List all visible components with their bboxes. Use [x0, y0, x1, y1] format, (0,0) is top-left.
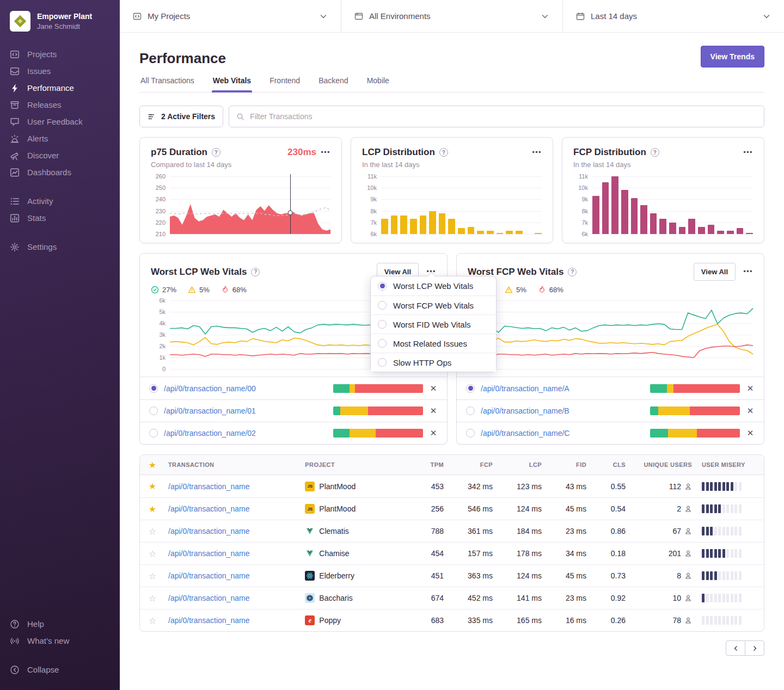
transaction-link[interactable]: /api/0/transaction_name/01: [164, 406, 327, 415]
column-header-unique-users[interactable]: UNIQUE USERS: [629, 461, 692, 468]
card-menu-button[interactable]: ⋯: [321, 148, 330, 157]
transaction-link[interactable]: /api/0/transaction_name/02: [164, 429, 327, 438]
close-icon[interactable]: ✕: [746, 384, 755, 393]
sidebar-item-dashboards[interactable]: Dashboards: [10, 164, 110, 181]
tab-frontend[interactable]: Frontend: [268, 76, 301, 92]
star-toggle[interactable]: ☆: [140, 571, 165, 581]
tab-all-transactions[interactable]: All Transactions: [139, 76, 195, 92]
close-icon[interactable]: ✕: [429, 384, 438, 393]
option-radio[interactable]: [378, 320, 387, 329]
tab-mobile[interactable]: Mobile: [366, 76, 390, 92]
project-cell[interactable]: Baccharis: [305, 593, 408, 603]
column-header-lcp[interactable]: LCP: [496, 461, 542, 468]
question-icon[interactable]: ?: [251, 268, 260, 276]
column-header-fcp[interactable]: FCP: [447, 461, 493, 468]
question-icon[interactable]: ?: [568, 268, 577, 276]
option-radio[interactable]: [378, 301, 387, 310]
sidebar-item-activity[interactable]: Activity: [10, 193, 110, 210]
dropdown-option-worst-fid-web-vitals[interactable]: Worst FID Web Vitals: [371, 315, 496, 334]
tab-backend[interactable]: Backend: [317, 76, 349, 92]
dropdown-option-worst-fcp-web-vitals[interactable]: Worst FCP Web Vitals: [371, 295, 496, 315]
tab-web-vitals[interactable]: Web Vitals: [212, 76, 252, 92]
close-icon[interactable]: ✕: [429, 406, 438, 416]
dropdown-option-worst-lcp-web-vitals[interactable]: Worst LCP Web Vitals: [371, 276, 496, 295]
sidebar-item-settings[interactable]: Settings: [10, 238, 110, 255]
project-filter-dropdown[interactable]: My Projects: [120, 0, 341, 32]
sidebar-item-stats[interactable]: Stats: [10, 210, 110, 226]
star-toggle[interactable]: ★: [140, 504, 165, 514]
star-toggle[interactable]: ★: [140, 481, 165, 491]
question-icon[interactable]: ?: [212, 148, 220, 157]
column-header-fid[interactable]: FID: [545, 461, 586, 468]
transaction-radio[interactable]: [466, 429, 475, 438]
y-tick-label: 1k: [159, 354, 166, 361]
sidebar-item-projects[interactable]: Projects: [10, 46, 110, 63]
question-icon[interactable]: ?: [439, 148, 448, 157]
sidebar-item-discover[interactable]: Discover: [10, 147, 110, 164]
project-cell[interactable]: JSPlantMood: [305, 504, 408, 514]
transaction-link[interactable]: /api/0/transaction_name: [168, 616, 302, 625]
card-menu-button[interactable]: ⋯: [532, 148, 542, 157]
question-icon[interactable]: ?: [651, 148, 659, 157]
option-radio[interactable]: [378, 358, 387, 367]
search-input[interactable]: [250, 112, 757, 121]
view-all-button[interactable]: View All: [694, 263, 736, 281]
transaction-link[interactable]: /api/0/transaction_name/C: [481, 429, 644, 438]
star-column-header[interactable]: ★: [140, 460, 165, 470]
transaction-link[interactable]: /api/0/transaction_name: [168, 571, 302, 580]
star-toggle[interactable]: ☆: [140, 593, 165, 603]
next-page-button[interactable]: [745, 640, 764, 656]
transaction-link[interactable]: /api/0/transaction_name/00: [164, 384, 327, 393]
transaction-link[interactable]: /api/0/transaction_name/A: [481, 384, 644, 393]
environment-filter-dropdown[interactable]: All Environments: [341, 0, 563, 32]
column-header-transaction[interactable]: TRANSACTION: [168, 461, 302, 468]
column-header-user-misery[interactable]: USER MISERY: [695, 461, 756, 468]
column-header-tpm[interactable]: TPM: [411, 461, 444, 468]
sidebar-item-issues[interactable]: Issues: [10, 63, 110, 79]
transaction-link[interactable]: /api/0/transaction_name: [168, 482, 302, 491]
dropdown-option-most-related-issues[interactable]: Most Related Issues: [371, 334, 496, 353]
sidebar-item-releases[interactable]: Releases: [10, 96, 110, 113]
transaction-radio[interactable]: [466, 406, 475, 415]
sidebar-item-what-s-new[interactable]: What’s new: [10, 632, 110, 649]
transaction-radio[interactable]: [149, 406, 158, 415]
transaction-link[interactable]: /api/0/transaction_name: [168, 594, 302, 602]
transaction-radio[interactable]: [466, 384, 475, 393]
transaction-link[interactable]: /api/0/transaction_name: [168, 527, 302, 535]
dropdown-option-slow-http-ops[interactable]: Slow HTTP Ops: [371, 353, 496, 372]
transaction-link[interactable]: /api/0/transaction_name: [168, 549, 302, 558]
transaction-radio[interactable]: [149, 384, 158, 393]
star-toggle[interactable]: ☆: [140, 549, 165, 559]
project-cell[interactable]: Chamise: [305, 549, 408, 558]
sidebar-item-performance[interactable]: Performance: [10, 79, 110, 96]
project-cell[interactable]: Elderberry: [305, 571, 408, 581]
option-radio[interactable]: [378, 282, 387, 291]
card-menu-button[interactable]: ⋯: [743, 267, 753, 276]
project-cell[interactable]: ePoppy: [305, 615, 408, 625]
star-toggle[interactable]: ☆: [140, 526, 165, 537]
view-trends-button[interactable]: View Trends: [701, 46, 764, 67]
active-filters-button[interactable]: 2 Active Filters: [139, 106, 223, 127]
previous-page-button[interactable]: [726, 640, 745, 656]
sidebar-item-alerts[interactable]: Alerts: [10, 130, 110, 147]
project-cell[interactable]: JSPlantMood: [305, 482, 408, 491]
y-tick-label: 8k: [581, 208, 588, 214]
date-range-dropdown[interactable]: Last 14 days: [563, 0, 784, 32]
close-icon[interactable]: ✕: [746, 428, 755, 438]
close-icon[interactable]: ✕: [429, 428, 438, 438]
option-radio[interactable]: [378, 339, 387, 348]
transaction-radio[interactable]: [149, 429, 158, 438]
close-icon[interactable]: ✕: [746, 406, 755, 416]
transaction-link[interactable]: /api/0/transaction_name/B: [481, 406, 644, 415]
column-header-cls[interactable]: CLS: [590, 461, 626, 468]
sidebar-collapse-button[interactable]: Collapse: [10, 661, 110, 678]
histogram-bar: [602, 182, 609, 234]
sidebar-item-user-feedback[interactable]: User Feedback: [10, 113, 110, 130]
org-switcher[interactable]: Empower Plant Jane Schmidt: [0, 0, 120, 46]
project-cell[interactable]: Clematis: [305, 526, 408, 536]
card-menu-button[interactable]: ⋯: [743, 148, 753, 157]
column-header-project[interactable]: PROJECT: [305, 461, 408, 468]
sidebar-item-help[interactable]: Help: [10, 615, 110, 632]
transaction-link[interactable]: /api/0/transaction_name: [168, 504, 302, 513]
star-toggle[interactable]: ☆: [140, 615, 165, 626]
